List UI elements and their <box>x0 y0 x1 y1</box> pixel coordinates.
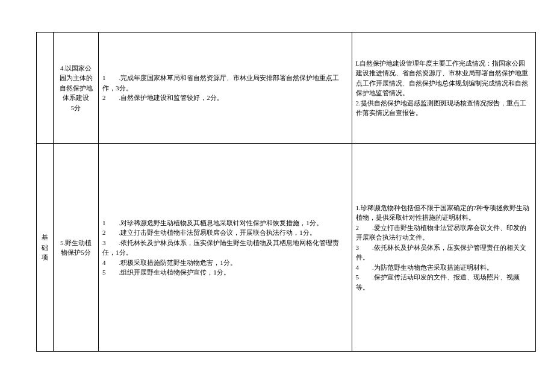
evidence-text: 1.珍稀濒危物种包括但不限于国家确定的7种专项拯救野生动植物，提供采取针对性措施… <box>356 203 532 293</box>
criteria-cell: 1 .完成年度国家林草局和省自然资源厅、市林业局安排部署自然保护地重点工作，3分… <box>99 33 352 144</box>
table-row: 基础项 5.野生动植物保护5分 1 .对珍稀濒危野生动植物及其栖息地采取针对性保… <box>37 144 536 352</box>
table-row: 4.以国家公园为主体的自然保护地体系建设 5分 1 .完成年度国家林草局和省自然… <box>37 33 536 144</box>
evidence-cell: 1.珍稀濒危物种包括但不限于国家确定的7种专项拯救野生动植物，提供采取针对性措施… <box>352 144 535 352</box>
criteria-text: 1 .完成年度国家林草局和省自然资源厅、市林业局安排部署自然保护地重点工作，3分… <box>102 73 348 103</box>
criteria-text: 1 .对珍稀濒危野生动植物及其栖息地采取针对性保护和恢复措施，1分。 2 .建立… <box>102 218 348 278</box>
evidence-text: L自然保护地建设管理年度主要工作完成情况：指国家公园建设推进情况、省自然资源厅、… <box>356 58 532 118</box>
item-cell: 4.以国家公园为主体的自然保护地体系建设 5分 <box>54 33 99 144</box>
item-text: 4.以国家公园为主体的自然保护地体系建设 5分 <box>57 63 95 113</box>
category-text: 基础项 <box>40 232 49 263</box>
criteria-cell: 1 .对珍稀濒危野生动植物及其栖息地采取针对性保护和恢复措施，1分。 2 .建立… <box>99 144 352 352</box>
document-page: 4.以国家公园为主体的自然保护地体系建设 5分 1 .完成年度国家林草局和省自然… <box>0 32 554 392</box>
item-cell: 5.野生动植物保护5分 <box>54 144 99 352</box>
assessment-table: 4.以国家公园为主体的自然保护地体系建设 5分 1 .完成年度国家林草局和省自然… <box>36 32 536 352</box>
category-cell: 基础项 <box>37 144 54 352</box>
evidence-cell: L自然保护地建设管理年度主要工作完成情况：指国家公园建设推进情况、省自然资源厅、… <box>352 33 535 144</box>
category-cell <box>37 33 54 144</box>
item-text: 5.野生动植物保护5分 <box>57 238 95 258</box>
